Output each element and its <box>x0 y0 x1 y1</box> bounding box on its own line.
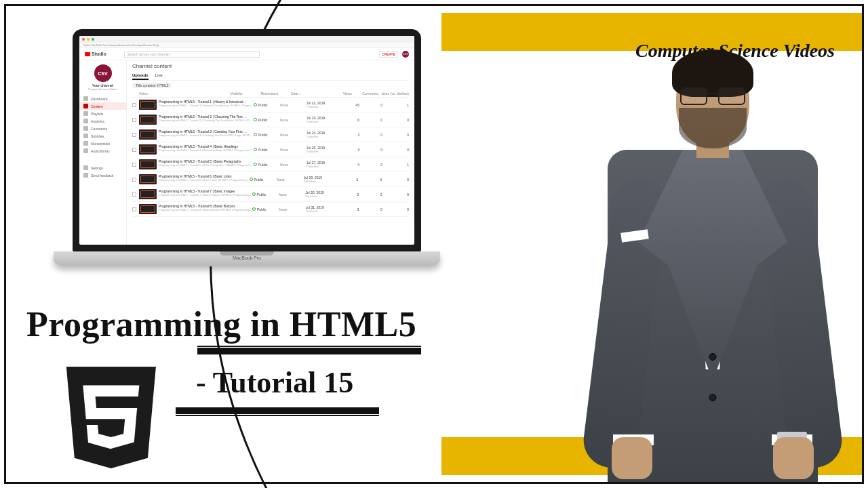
video-desc: Programming in HTML5 - Tutorial 5 | Basi… <box>159 163 254 167</box>
comments-cell: 0 <box>359 163 382 167</box>
video-row: Programming in HTML5 - Tutorial 6 | Basi… <box>132 172 409 187</box>
views-cell: 6 <box>340 118 359 122</box>
laptop-mockup: Safari File Edit View History Bookmarks … <box>54 29 440 287</box>
video-thumbnail <box>139 144 157 155</box>
title-underline-2 <box>176 407 379 414</box>
video-row: Programming in HTML5 - Tutorial 1 | Hist… <box>132 98 409 113</box>
video-desc: Programming in HTML5 - Tutorial 3 | Crea… <box>159 134 254 137</box>
row-checkbox <box>132 103 136 107</box>
col-visibility: Visibility <box>231 92 261 96</box>
beard <box>679 108 747 148</box>
table-header: Video Visibility Restrictions Date ↓ Vie… <box>132 90 409 98</box>
comments-cell: 0 <box>359 103 382 107</box>
likes-cell: 1 <box>382 103 409 107</box>
sidebar-item: Send feedback <box>79 171 126 179</box>
views-cell: 3 <box>340 133 359 137</box>
visibility-label: Public <box>258 148 268 152</box>
video-desc: Programming in HTML5 - Tutorial 6 | Basi… <box>159 178 250 182</box>
video-desc: Programming in HTML5 - Tutorial 7 | Basi… <box>159 193 252 197</box>
content-tabs: Uploads Live <box>132 72 409 81</box>
comments-cell: 0 <box>359 148 382 152</box>
sidebar-item-label: Content <box>91 104 103 108</box>
sidebar-item-label: Monetization <box>91 142 110 146</box>
sidebar-item-label: Settings <box>91 166 103 170</box>
restrictions-cell: None <box>280 133 307 137</box>
comments-cell: 0 <box>359 192 382 197</box>
likes-cell: 0 <box>382 207 409 211</box>
title-underline-1 <box>197 348 421 354</box>
likes-cell: 0 <box>382 118 409 122</box>
studio-searchbar: Search across your channel <box>124 51 260 58</box>
visibility-label: Public <box>258 103 268 107</box>
html5-shield-icon <box>60 367 162 468</box>
comments-cell: 0 <box>359 133 382 137</box>
minimize-dot-icon <box>87 38 90 41</box>
row-checkbox <box>132 148 136 152</box>
row-checkbox <box>132 163 136 167</box>
laptop-base: MacBook Pro <box>54 251 440 266</box>
close-dot-icon <box>82 38 85 41</box>
col-video: Video <box>139 92 231 96</box>
studio-sidebar: CSV Your channel ComputerScienceVideos D… <box>79 60 127 245</box>
row-checkbox <box>132 178 136 182</box>
sidebar-item-label: Subtitles <box>91 134 104 138</box>
video-desc: Programming in HTML5 - Tutorial 8 | Basi… <box>159 208 252 211</box>
filter-chip: Title contains: HTML5 <box>132 83 172 88</box>
sidebar-item-icon <box>83 119 88 123</box>
visibility-label: Public <box>257 192 267 197</box>
jacket-button-2 <box>709 394 717 401</box>
views-cell: 3 <box>340 148 359 152</box>
sidebar-item-label: Dashboard <box>91 97 107 101</box>
col-date: Date ↓ <box>291 92 329 96</box>
subtitle: - Tutorial 15 <box>196 365 353 400</box>
restrictions-cell: None <box>280 163 307 167</box>
sidebar-item: Audio library <box>79 147 126 155</box>
views-cell: 3 <box>338 178 358 182</box>
visibility-label: Public <box>258 118 268 122</box>
tab-live: Live <box>155 72 163 80</box>
visibility-label: Public <box>257 207 267 211</box>
sidebar-item-icon <box>83 111 88 116</box>
video-thumbnail <box>139 204 157 214</box>
visibility-icon <box>252 207 256 211</box>
sidebar-item-icon <box>83 104 88 108</box>
sidebar-item: Comments <box>79 125 126 132</box>
visibility-icon <box>254 148 257 151</box>
video-desc: Programming in HTML5 - Tutorial 4 | Basi… <box>159 148 254 152</box>
video-thumbnail <box>139 115 157 125</box>
visibility-icon <box>252 192 256 196</box>
sidebar-item-label: Send feedback <box>91 174 113 178</box>
presenter-figure <box>591 55 835 482</box>
restrictions-cell: None <box>279 192 305 197</box>
video-thumbnail <box>139 174 157 184</box>
macos-window-controls <box>79 36 414 43</box>
row-checkbox <box>132 207 136 211</box>
channel-avatar: CSV <box>94 64 112 82</box>
sidebar-item: Playlists <box>79 110 126 117</box>
studio-header: Studio Search across your channel CREATE… <box>79 48 414 60</box>
likes-cell: 1 <box>382 163 409 167</box>
video-row: Programming in HTML5 - Tutorial 8 | Basi… <box>132 202 409 217</box>
col-views: Views <box>329 92 352 96</box>
studio-logo-text: Studio <box>92 52 106 56</box>
restrictions-cell: None <box>277 178 304 182</box>
macos-menu-bar: Safari File Edit View History Bookmarks … <box>79 43 414 48</box>
date-status: Published <box>305 195 338 198</box>
video-desc: Programming in HTML5 - Tutorial 2 | Choo… <box>159 119 254 122</box>
video-row: Programming in HTML5 - Tutorial 4 | Basi… <box>132 142 409 157</box>
date-status: Published <box>307 105 340 108</box>
date-status: Published <box>304 180 338 183</box>
eyeglasses-icon <box>680 87 745 106</box>
youtube-studio-screenshot: Safari File Edit View History Bookmarks … <box>79 36 414 245</box>
restrictions-cell: None <box>280 148 307 152</box>
jacket-button-1 <box>709 353 717 361</box>
video-thumbnail <box>139 189 157 199</box>
sidebar-item-icon <box>83 148 88 153</box>
video-row: Programming in HTML5 - Tutorial 5 | Basi… <box>132 157 409 172</box>
date-status: Published <box>307 150 340 153</box>
views-cell: 3 <box>339 207 359 211</box>
date-status: Published <box>306 209 339 213</box>
col-comments: Comments <box>352 92 378 96</box>
outer-frame: Computer Science Videos Safari File Edit… <box>4 4 864 484</box>
video-row: Programming in HTML5 - Tutorial 2 | Choo… <box>132 113 409 127</box>
